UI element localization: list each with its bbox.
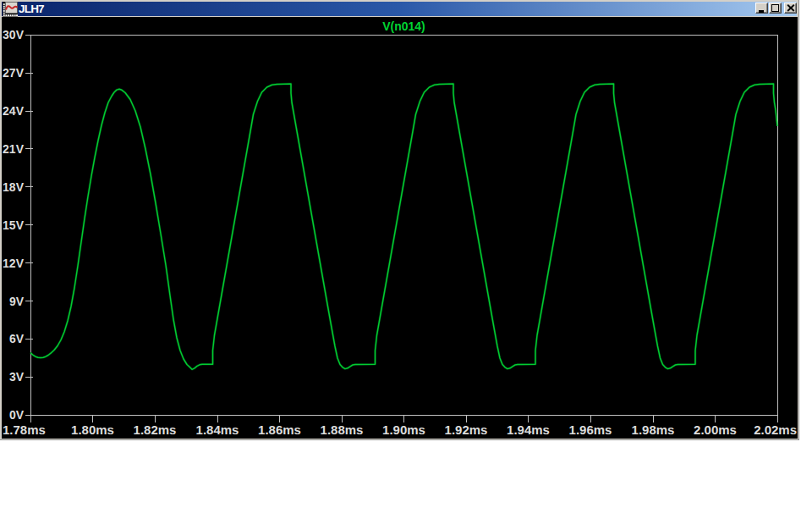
svg-text:3V: 3V — [9, 370, 25, 384]
svg-text:27V: 27V — [3, 66, 25, 80]
svg-text:1.90ms: 1.90ms — [382, 422, 425, 437]
svg-text:1.80ms: 1.80ms — [71, 422, 114, 437]
svg-text:24V: 24V — [3, 104, 25, 118]
svg-text:9V: 9V — [9, 295, 25, 308]
svg-text:18V: 18V — [3, 180, 25, 194]
svg-text:1.82ms: 1.82ms — [134, 422, 177, 437]
svg-text:30V: 30V — [3, 28, 25, 41]
svg-text:12V: 12V — [3, 257, 25, 270]
svg-text:1.78ms: 1.78ms — [3, 422, 46, 437]
svg-text:6V: 6V — [9, 332, 25, 345]
svg-text:1.94ms: 1.94ms — [507, 422, 550, 437]
svg-text:1.86ms: 1.86ms — [258, 422, 301, 437]
svg-text:2.02ms: 2.02ms — [754, 422, 797, 437]
svg-text:1.92ms: 1.92ms — [445, 422, 488, 437]
svg-text:V(n014): V(n014) — [382, 19, 425, 33]
svg-text:2.00ms: 2.00ms — [694, 422, 737, 437]
svg-text:1.98ms: 1.98ms — [632, 422, 675, 437]
svg-text:0V: 0V — [9, 408, 25, 422]
svg-text:1.88ms: 1.88ms — [321, 422, 364, 437]
svg-text:1.84ms: 1.84ms — [196, 422, 239, 437]
svg-text:15V: 15V — [3, 218, 25, 232]
svg-text:1.96ms: 1.96ms — [569, 422, 612, 437]
svg-text:21V: 21V — [3, 142, 25, 156]
